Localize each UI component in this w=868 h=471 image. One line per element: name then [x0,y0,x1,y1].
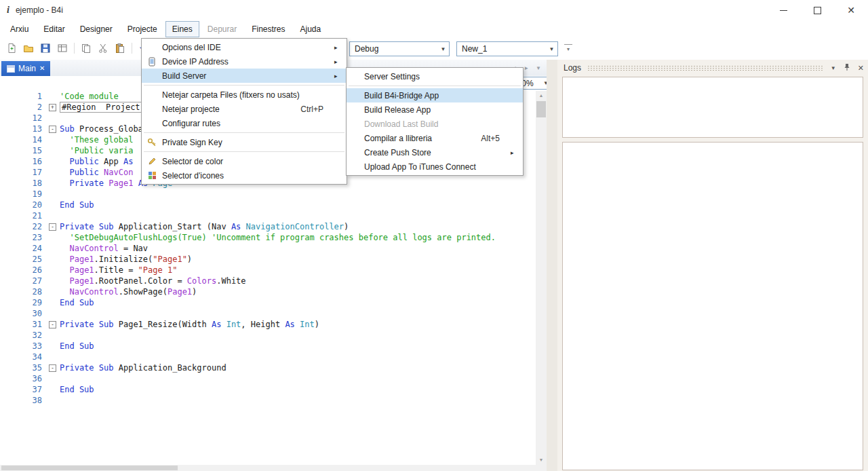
paste-icon[interactable] [114,42,126,54]
line-number: 12 [0,113,47,124]
code-text: 'These global [60,134,133,145]
menubar-item-depurar[interactable]: Depurar [201,21,243,37]
tab-close-icon[interactable]: ✕ [39,65,45,72]
eines-menu-item-device-ip-address[interactable]: Device IP Address▸ [142,54,347,69]
menubar-item-editar[interactable]: Editar [37,21,71,37]
fold-minus-icon[interactable]: - [47,221,60,232]
save-icon[interactable] [39,42,52,54]
fold-plus-icon[interactable]: + [47,102,60,113]
code-line[interactable]: 24 NavControl = Nav [0,243,536,254]
pin-icon[interactable] [844,63,850,73]
build-server-submenu-item-create-push-store[interactable]: Create Push Store▸ [347,145,523,159]
code-line[interactable]: 27 Page1.RootPanel.Color = Colors.White [0,276,536,286]
menubar-item-ajuda[interactable]: Ajuda [294,21,328,37]
panel-close-icon[interactable]: ✕ [858,64,864,72]
scroll-up-icon[interactable]: ▲ [536,91,547,100]
fold-minus-icon[interactable]: - [47,362,60,373]
toolbar-separator [74,43,75,54]
code-line[interactable]: 26 Page1.Title = "Page 1" [0,265,536,276]
editor-horizontal-scrollbar[interactable] [0,465,547,471]
copy-icon[interactable] [80,42,92,54]
menubar-item-finestres[interactable]: Finestres [245,21,292,37]
code-line[interactable]: 34 [0,352,536,362]
menubar-item-projecte[interactable]: Projecte [121,21,164,37]
tab-main[interactable]: Main ✕ [1,61,50,76]
fold-gutter [47,113,60,124]
code-line[interactable]: 22-Private Sub Application_Start (Nav As… [0,221,536,232]
code-text: End Sub [60,200,94,210]
code-text: End Sub [60,384,94,395]
tab-list-icon[interactable]: ▼ [536,65,541,71]
build-server-submenu-item-server-settings[interactable]: Server Settings [347,69,523,83]
minimize-button[interactable] [766,0,800,20]
scrollbar-thumb[interactable] [536,101,546,117]
scrollbar-thumb[interactable] [1,466,178,470]
panel-menu-icon[interactable]: ▼ [831,65,836,71]
panel-splitter[interactable] [547,60,557,471]
code-line[interactable]: 35-Private Sub Application_Background [0,362,536,373]
build-server-submenu-item-build-b4i-bridge-app[interactable]: Build B4i-Bridge App [347,88,523,102]
line-number: 22 [0,221,47,232]
eines-menu-label: Configurar rutes [162,119,323,128]
code-line[interactable]: 32 [0,330,536,341]
tab-scroll-right-icon[interactable]: ► [524,65,529,71]
open-project-icon[interactable] [22,42,35,54]
eines-menu-item-selector-d-icones[interactable]: Selector d'icones [142,168,347,183]
logs-output-box-main[interactable] [562,142,863,470]
code-line[interactable]: 33End Sub [0,341,536,352]
code-line[interactable]: 28 NavControl.ShowPage(Page1) [0,286,536,297]
code-line[interactable]: 36 [0,373,536,384]
code-text: Page1.RootPanel.Color = Colors.White [60,276,246,286]
maximize-button[interactable] [800,0,834,20]
module-dropdown[interactable]: New_1 ▼ [456,41,558,56]
build-server-submenu-item-upload-app-to-itunes-connect[interactable]: Upload App To iTunes Connect [347,159,523,174]
designer-grid-icon[interactable] [56,42,68,54]
logs-output-box-top[interactable] [562,77,863,138]
line-number: 32 [0,330,47,341]
fold-gutter [47,200,60,210]
code-line[interactable]: 19 [0,189,536,200]
close-button[interactable]: ✕ [834,0,868,20]
eines-menu-item-netejar-projecte[interactable]: Netejar projecteCtrl+P [142,102,347,116]
logs-header[interactable]: Logs ▼ ✕ [564,62,864,73]
cut-icon[interactable] [97,42,109,54]
eines-menu-item-selector-de-color[interactable]: Selector de color [142,154,347,168]
eines-menu-item-opcions-del-ide[interactable]: Opcions del IDE▸ [142,40,347,54]
fold-minus-icon[interactable]: - [47,124,60,134]
build-server-submenu-item-build-release-app[interactable]: Build Release App [347,102,523,117]
code-line[interactable]: 37End Sub [0,384,536,395]
code-line[interactable]: 30 [0,308,536,319]
code-line[interactable]: 29End Sub [0,297,536,308]
eines-menu-item-netejar-carpeta-files-fitxers-no-usats[interactable]: Netejar carpeta Files (fitxers no usats) [142,88,347,102]
build-configuration-dropdown[interactable]: Debug ▼ [349,41,450,56]
eines-menu-label: Netejar projecte [162,105,300,114]
code-text: End Sub [60,297,94,308]
editor-vertical-scrollbar[interactable]: ▲ ▼ [536,91,547,465]
code-line[interactable]: 20End Sub [0,200,536,210]
fold-gutter [47,91,60,102]
build-server-submenu-item-download-last-build[interactable]: Download Last Build [347,117,523,131]
build-server-submenu-item-compilar-a-llibreria[interactable]: Compilar a llibreriaAlt+5 [347,131,523,145]
toolbar-overflow-button[interactable]: ▾ [564,44,572,52]
scroll-down-icon[interactable]: ▼ [536,455,547,465]
code-text: Page1.Title = "Page 1" [60,265,177,276]
code-line[interactable]: 25 Page1.Initialize("Page1") [0,254,536,265]
menubar-item-eines[interactable]: Eines [165,21,199,37]
menubar-item-arxiu[interactable]: Arxiu [3,21,35,37]
code-line[interactable]: 38 [0,395,536,406]
collapsed-region-box[interactable]: #Region Project [60,102,142,113]
line-number: 2 [0,102,47,113]
fold-gutter [47,178,60,189]
eines-menu-item-private-sign-key[interactable]: Private Sign Key [142,135,347,149]
fold-minus-icon[interactable]: - [47,319,60,330]
code-line[interactable]: 23 'SetDebugAutoFlushLogs(True) 'Uncomme… [0,232,536,243]
code-line[interactable]: 31-Private Sub Page1_Resize(Width As Int… [0,319,536,330]
menubar-item-designer[interactable]: Designer [73,21,119,37]
eines-menu-item-build-server[interactable]: Build Server▸ [142,69,347,83]
eines-menu-item-configurar-rutes[interactable]: Configurar rutes [142,116,347,130]
submenu-arrow-icon: ▸ [334,73,347,79]
code-line[interactable]: 21 [0,210,536,221]
fold-gutter [47,254,60,265]
new-module-icon[interactable] [5,42,18,54]
build-server-submenu-separator [349,86,521,86]
